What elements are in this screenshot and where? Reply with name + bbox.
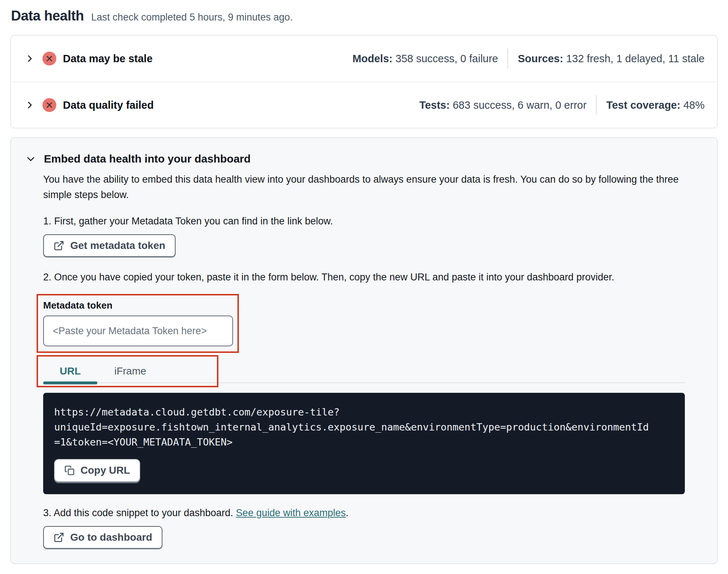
embed-description: You have the ability to embed this data … — [43, 172, 685, 202]
status-row-quality[interactable]: Data quality failed Tests: 683 success, … — [11, 82, 717, 128]
x-circle-icon — [42, 98, 56, 112]
embed-url-code-block: https://metadata.cloud.getdbt.com/exposu… — [43, 393, 685, 494]
metric-label: Test coverage: — [606, 99, 680, 111]
test-coverage-metric: Test coverage: 48% — [606, 99, 705, 111]
step3-suffix: . — [346, 507, 349, 518]
chevron-right-icon — [25, 100, 34, 110]
page-header: Data health Last check completed 5 hours… — [10, 8, 718, 24]
copy-icon — [64, 465, 75, 476]
embed-url-text: https://metadata.cloud.getdbt.com/exposu… — [54, 405, 674, 450]
expand-row-button[interactable] — [23, 52, 36, 65]
status-row-title: Data may be stale — [63, 53, 153, 65]
tab-iframe[interactable]: iFrame — [97, 360, 163, 382]
tests-metric: Tests: 683 success, 6 warn, 0 error — [419, 99, 586, 111]
status-metrics: Tests: 683 success, 6 warn, 0 error Test… — [419, 95, 705, 115]
tab-url[interactable]: URL — [43, 360, 97, 382]
metric-divider — [507, 49, 508, 68]
metric-value: 683 success, 6 warn, 0 error — [453, 99, 586, 111]
status-row-title: Data quality failed — [63, 99, 154, 111]
external-link-icon — [53, 240, 64, 251]
metric-label: Tests: — [419, 99, 450, 111]
step3-prefix: 3. Add this code snippet to your dashboa… — [43, 507, 236, 518]
token-field-label: Metadata token — [43, 300, 112, 311]
button-label: Get metadata token — [70, 240, 165, 251]
metric-divider — [596, 95, 597, 115]
copy-url-button[interactable]: Copy URL — [54, 459, 140, 482]
status-card: Data may be stale Models: 358 success, 0… — [10, 35, 718, 128]
expand-row-button[interactable] — [23, 99, 36, 111]
metric-value: 132 fresh, 1 delayed, 11 stale — [566, 53, 705, 64]
metric-label: Sources: — [518, 53, 563, 64]
metric-value: 358 success, 0 failure — [395, 53, 498, 64]
metadata-token-input[interactable] — [43, 316, 233, 346]
see-guide-link[interactable]: See guide with examples — [236, 507, 346, 518]
status-metrics: Models: 358 success, 0 failure Sources: … — [352, 49, 705, 68]
x-circle-icon — [42, 52, 56, 66]
external-link-icon — [53, 532, 64, 543]
button-label: Copy URL — [80, 465, 130, 476]
get-metadata-token-button[interactable]: Get metadata token — [43, 234, 176, 257]
output-tabs-group: URL iFrame — [43, 360, 685, 383]
data-health-page: { "page": { "title": "Data health", "sub… — [0, 0, 728, 574]
embed-section-card: Embed data health into your dashboard Yo… — [10, 137, 718, 564]
embed-section-title: Embed data health into your dashboard — [44, 153, 251, 165]
metric-value: 48% — [683, 99, 705, 111]
step1-text: 1. First, gather your Metadata Token you… — [43, 216, 685, 227]
token-field-group: Metadata token — [43, 300, 233, 346]
chevron-down-icon — [26, 154, 36, 164]
button-label: Go to dashboard — [70, 532, 152, 543]
metric-label: Models: — [352, 53, 393, 64]
step2-text: 2. Once you have copied your token, past… — [43, 272, 685, 283]
page-title: Data health — [11, 8, 84, 24]
sources-metric: Sources: 132 fresh, 1 delayed, 11 stale — [518, 53, 705, 65]
go-to-dashboard-button[interactable]: Go to dashboard — [43, 526, 162, 549]
chevron-right-icon — [25, 54, 34, 63]
tab-strip: URL iFrame — [43, 360, 685, 383]
status-row-stale[interactable]: Data may be stale Models: 358 success, 0… — [11, 36, 717, 82]
models-metric: Models: 358 success, 0 failure — [352, 53, 498, 65]
last-check-status: Last check completed 5 hours, 9 minutes … — [91, 12, 293, 23]
embed-section-header[interactable]: Embed data health into your dashboard — [26, 153, 685, 165]
step3-text: 3. Add this code snippet to your dashboa… — [43, 507, 685, 519]
